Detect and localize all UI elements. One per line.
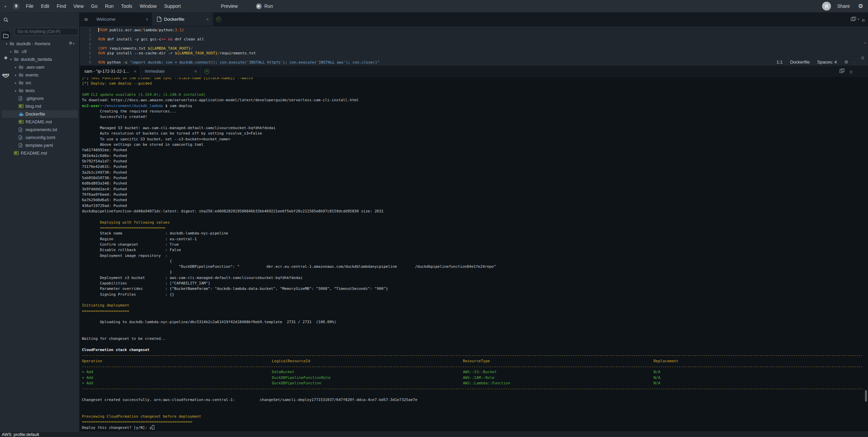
terminal-line [82,342,868,347]
terminal-line: SAM CLI update available (1.154.0); (1.1… [82,92,868,98]
tree-item-duckdb-lambda[interactable]: ▾duckdb_lambda [2,55,78,63]
files-panel-icon[interactable] [1,31,10,40]
terminal-line: Initiating deployment [82,303,868,308]
new-tab-icon[interactable]: + [216,17,221,22]
share-button[interactable]: Share [837,3,850,9]
editor-settings-gear-icon[interactable]: ⚙ [844,59,848,65]
terminal-lines[interactable]: [*] Test Function in the Cloud: sam sync… [82,75,868,431]
close-tab-icon[interactable]: × [134,69,137,74]
settings-gear-icon[interactable]: ⚙ [858,3,863,10]
tree-item-label: README.md [25,119,52,124]
line-number: 5 [80,46,91,51]
code-line: 5COPY requirements.txt ${LAMBDA_TASK_ROO… [80,46,868,51]
code-editor[interactable]: 1FROM public.ecr.aws/lambda/python:3.122… [80,26,868,66]
terminal-tabstrip: sam - "ip-172-31-22-112.e×Immediate× + [80,66,868,77]
indentation-setting[interactable]: Spaces: 4 [817,59,837,65]
terminal-line: + AddDuckDBPipelineFunctionRoleAWS::IAM:… [82,375,868,381]
docker-icon [19,112,25,116]
tree-item-samconfig-toml[interactable]: samconfig.toml [2,134,78,141]
outline-panel-icon[interactable]: ≡ [862,18,865,23]
close-tab-icon[interactable]: × [194,69,197,74]
editor-tabstrip: ≡ Welcome×Dockerfile× + ▾ [80,13,868,26]
terminal-line: Confirm changeset : True [82,242,868,247]
terminal-line: ----------------------------------------… [82,353,868,358]
chevron-closed-icon[interactable]: ▸ [10,50,14,53]
tree-item-label: README.md [21,151,47,156]
tree-item-template-yaml[interactable]: template.yaml [2,141,78,149]
menu-go[interactable]: Go [87,3,101,9]
maximize-pane-icon[interactable] [839,68,845,74]
split-pane-icon[interactable]: ▾ [851,17,859,21]
terminal-line: Successfully created! [82,114,868,120]
terminal-line: ----------------------------------------… [82,364,868,369]
chevron-open-icon[interactable]: ▾ [6,42,10,46]
tree-item-tests[interactable]: ▸tests [2,87,78,94]
new-terminal-tab-icon[interactable]: + [204,69,209,74]
menu-tools[interactable]: Tools [117,3,136,9]
tree-item-label: template.yaml [25,143,53,148]
chevron-open-icon[interactable]: ▾ [10,58,14,61]
terminal-line: Deploy this changeset? [y/N]: y [82,425,868,431]
tree-item-label: samconfig.toml [25,135,55,140]
tree-item-gitignore[interactable]: .gitignore [2,94,78,102]
menu-run[interactable]: Run [101,3,118,9]
menu-support[interactable]: Support [160,3,185,9]
cursor-position: 1:1 [777,59,783,65]
collapse-menubar-icon[interactable]: ▲ [2,4,9,8]
close-tab-icon[interactable]: × [145,17,148,22]
goto-anything-input[interactable] [15,28,79,35]
tree-item-readme-md[interactable]: MREADME.md [2,118,78,126]
tab-list-menu-icon[interactable]: ≡ [80,16,92,22]
folder-icon [14,57,21,61]
terminal-line [82,297,868,303]
menu-view[interactable]: View [70,3,87,9]
terminal-line: Auto resolution of buckets can be turned… [82,131,868,136]
tab-immediate[interactable]: Immediate× [140,66,201,77]
tree-item-readme-md[interactable]: MREADME.md [2,149,78,157]
tab-dockerfile[interactable]: Dockerfile× [152,13,213,26]
close-tab-icon[interactable]: × [206,17,209,22]
file-icon [19,143,25,147]
tab-welcome[interactable]: Welcome× [92,13,152,26]
tree-item-c9[interactable]: ▸.c9 [2,48,78,55]
preview-button[interactable]: Preview [217,3,242,9]
tree-item-aws-sam[interactable]: ▸.aws-sam [2,63,78,71]
tree-settings-gear-icon[interactable]: ⚙▾ [69,41,74,46]
tree-item-requirements-txt[interactable]: requirements.txt [2,126,78,134]
tab-sam-ip-172-31-22-112-e[interactable]: sam - "ip-172-31-22-112.e× [80,66,140,77]
menu-window[interactable]: Window [136,3,160,9]
chevron-closed-icon[interactable]: ▸ [15,66,19,69]
editor-statusbar[interactable]: 1:1 Dockerfile Spaces: 4 ⚙ [777,59,848,65]
chevron-closed-icon[interactable]: ▸ [15,89,19,92]
chevron-down-icon: ▾ [858,18,859,21]
menu-file[interactable]: File [22,3,37,9]
line-number: 8 [80,60,91,65]
tree-item-events[interactable]: ▸events [2,71,78,79]
status-caret-icon[interactable]: ˅ [853,62,855,65]
avatar[interactable]: R [822,2,831,11]
menu-find[interactable]: Find [53,3,70,9]
line-number: 3 [80,37,91,42]
run-button[interactable]: Run [264,3,273,9]
tree-item-src[interactable]: ▸src [2,79,78,87]
right-panel-gear-icon[interactable]: ⚙ [861,55,865,60]
tree-item-duckdb-home-e[interactable]: ▾duckdb - /home/e⚙▾ [2,40,78,48]
terminal-line: Capabilities : ["CAPABILITY_IAM"] [82,281,868,286]
tree-item-dockerfile[interactable]: Dockerfile [2,110,78,118]
cloud9-logo-icon[interactable]: 9 [13,3,19,10]
debugger-dot-icon[interactable] [864,42,866,44]
close-pane-icon[interactable]: x [850,69,853,74]
search-icon[interactable] [1,15,10,24]
chevron-closed-icon[interactable]: ▸ [15,81,19,85]
run-play-icon[interactable] [256,3,262,9]
line-number: 6 [80,51,91,56]
terminal-line: Managed S3 bucket: aws-sam-cli-managed-d… [82,125,868,131]
terminal-line: { [82,259,868,264]
terminal-pane-controls: x [839,68,853,74]
menu-edit[interactable]: Edit [37,3,53,9]
aws-profile-status[interactable]: AWS: profile:default [2,432,39,437]
syntax-mode[interactable]: Dockerfile [790,59,810,65]
folder-icon [19,73,25,77]
chevron-closed-icon[interactable]: ▸ [15,73,19,77]
tree-item-blog-md[interactable]: Mblog.md [2,102,78,110]
